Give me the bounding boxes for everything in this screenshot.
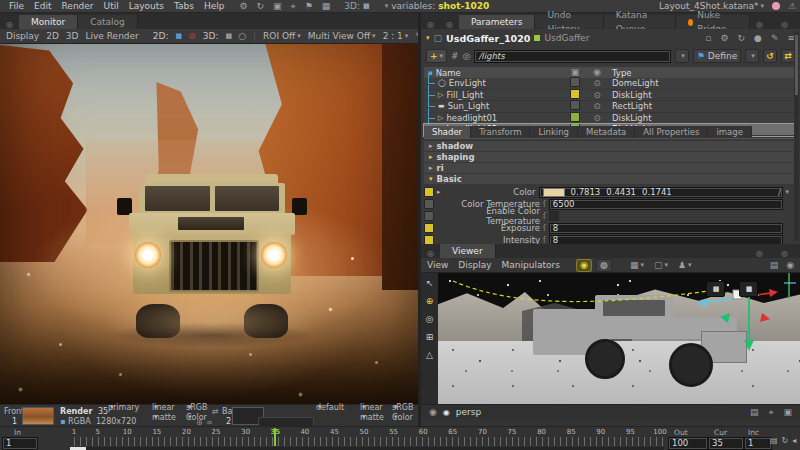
pane-split-icon[interactable]: ◎ — [427, 20, 434, 29]
front-thumbnail[interactable] — [22, 407, 54, 425]
mute-checkbox[interactable] — [570, 112, 580, 122]
light-row-envlight[interactable]: ◯ EnvLight ⊙ DomeLight — [424, 78, 797, 90]
shader-tab-all-properties[interactable]: All Properties — [635, 126, 708, 138]
solo-icon[interactable]: ⊙ — [586, 113, 608, 123]
color-g-value[interactable]: 0.4431 — [606, 187, 636, 197]
shader-tab-linking[interactable]: Linking — [530, 126, 578, 138]
mode-3d-button[interactable]: 3D — [66, 31, 79, 41]
enable-temp-flag-checkbox[interactable] — [424, 211, 434, 221]
globe-icon[interactable]: ◍ — [596, 259, 612, 272]
visibility-icon[interactable]: ◉ — [429, 408, 437, 417]
frame-tick-40[interactable]: 40 — [300, 428, 309, 436]
pan-icon[interactable]: ⌖ — [768, 408, 773, 417]
frame-tick-25[interactable]: 25 — [212, 428, 221, 436]
shader-tab-image[interactable]: image — [708, 126, 751, 138]
add-light-button[interactable]: +▾ — [426, 49, 447, 63]
color-temperature-field[interactable]: 6500 — [549, 199, 783, 210]
frame-tick-1[interactable]: 1 — [72, 428, 76, 436]
solo-icon[interactable]: ⊙ — [586, 78, 608, 88]
viewer-viewport[interactable]: ▮▮ ■ — [438, 273, 800, 404]
path-menu-button[interactable]: ▾ — [675, 49, 689, 63]
section-expander-icon[interactable]: ▸ — [429, 164, 433, 172]
shading-mode-icon[interactable]: ▦▾ — [630, 261, 644, 270]
camera-pose-icon[interactable]: ♟▾ — [678, 261, 692, 270]
expression-icon[interactable]: ſ — [543, 236, 546, 245]
edit-icon[interactable]: ✎ — [771, 34, 779, 43]
section-expander-icon[interactable]: ▸ — [429, 153, 433, 161]
enable-temp-value-checkbox[interactable] — [549, 211, 559, 221]
collapse-node-icon[interactable]: ▾ — [426, 34, 430, 42]
camera-icon[interactable]: ▣ — [783, 408, 792, 417]
pause-button[interactable]: ▮▮ — [706, 281, 725, 297]
warning-icon[interactable]: ⚠ — [788, 2, 796, 11]
translate-tool-icon[interactable]: ⊕ — [426, 296, 434, 306]
lock-icon[interactable]: ▣ — [273, 2, 282, 11]
tab-viewer[interactable]: Viewer — [440, 244, 496, 258]
section-basic[interactable]: ▾ Basic — [424, 174, 797, 184]
color-menu-icon[interactable]: ▾ — [785, 188, 789, 196]
stop-3d-icon[interactable]: ○ — [238, 32, 246, 41]
flipbook-icon[interactable]: ▤ — [770, 436, 778, 445]
light-row-headlight01[interactable]: ▷ headlight01 ⊙ DiskLight — [424, 113, 797, 125]
alert-dot[interactable] — [772, 2, 780, 10]
target-icon[interactable]: ◎ — [463, 52, 471, 61]
section-shaping[interactable]: ▸ shaping — [424, 152, 797, 162]
color-edit-icon[interactable]: ∕ — [778, 188, 781, 197]
section-ri[interactable]: ▸ ri — [424, 163, 797, 173]
ratio-dropdown[interactable]: 2 : 1▾ — [383, 31, 409, 41]
viewer-menu-manipulators[interactable]: Manipulators — [502, 260, 560, 270]
info-icon[interactable]: ▫ — [705, 34, 711, 43]
shader-tab-transform[interactable]: Transform — [471, 126, 530, 138]
tab-monitor[interactable]: Monitor — [19, 15, 78, 29]
menu-edit[interactable]: Edit — [29, 1, 56, 11]
color-enable-checkbox[interactable] — [424, 187, 434, 197]
display-menu[interactable]: Display — [6, 31, 39, 41]
flipbook-icon[interactable]: ▤ — [750, 408, 759, 417]
frame-tick-10[interactable]: 10 — [123, 428, 132, 436]
menu-help[interactable]: Help — [199, 1, 230, 11]
roi-dropdown[interactable]: ROI Off▾ — [263, 31, 301, 41]
frame-tick-60[interactable]: 60 — [419, 428, 428, 436]
frame-tick-50[interactable]: 50 — [360, 428, 369, 436]
pivot-tool-icon[interactable]: △ — [426, 350, 433, 360]
pin-icon[interactable]: ⚑ — [305, 2, 313, 11]
live-render-button[interactable]: Live Render — [86, 31, 139, 41]
parameters-scrollbar[interactable] — [794, 31, 799, 241]
frame-tick-15[interactable]: 15 — [152, 428, 161, 436]
tab-nuke-bridge[interactable]: Nuke Bridge — [676, 15, 750, 29]
light-tool-icon[interactable]: ◉ — [576, 259, 592, 272]
settings-icon[interactable]: ⚙ — [239, 2, 247, 11]
rotate-tool-icon[interactable]: ◎ — [426, 314, 434, 324]
expression-icon[interactable]: ſ — [543, 200, 546, 209]
frame-mode-icon[interactable]: ▢▾ — [654, 261, 668, 270]
exposure-enable-checkbox[interactable] — [424, 223, 434, 233]
section-shadow[interactable]: ▸ shadow — [424, 141, 797, 151]
frame-tick-75[interactable]: 75 — [508, 428, 517, 436]
light-path-input[interactable]: /lights — [474, 50, 671, 63]
mute-checkbox[interactable] — [570, 77, 580, 87]
sync-icon[interactable]: ↻ — [738, 34, 746, 43]
snapshot-panel-icon[interactable]: ▤ — [770, 261, 779, 270]
camera-name[interactable]: persp — [456, 407, 481, 417]
mute-checkbox[interactable] — [570, 89, 580, 99]
out-field[interactable]: 100 — [668, 437, 708, 450]
swap-selection-icon[interactable]: ⇄ — [781, 49, 795, 63]
light-row-fill-light[interactable]: ▷ Fill_Light ⊙ DiskLight — [424, 90, 797, 102]
tab-parameters[interactable]: Parameters — [459, 15, 536, 29]
pane-close-icon[interactable]: ◎ — [781, 249, 788, 258]
menu-util[interactable]: Util — [99, 1, 124, 11]
shader-tab-shader[interactable]: Shader — [424, 126, 471, 138]
color-b-value[interactable]: 0.1741 — [642, 187, 672, 197]
pane-menu-icon[interactable]: ◎ — [6, 20, 13, 29]
exposure-field[interactable]: 8 — [549, 223, 783, 234]
menu-layouts[interactable]: Layouts — [124, 1, 169, 11]
viewer-menu-view[interactable]: View — [427, 260, 448, 270]
mode-2d-button[interactable]: 2D — [46, 31, 59, 41]
frame-tick-100[interactable]: 100 — [653, 428, 666, 436]
in-field[interactable]: 1 — [2, 437, 38, 450]
frame-tick-90[interactable]: 90 — [596, 428, 605, 436]
intensity-field[interactable]: 8 — [549, 235, 783, 245]
frame-tick-20[interactable]: 20 — [182, 428, 191, 436]
swap-views-icon[interactable]: ⇄ — [212, 407, 219, 416]
stop-button[interactable]: ■ — [739, 281, 758, 297]
